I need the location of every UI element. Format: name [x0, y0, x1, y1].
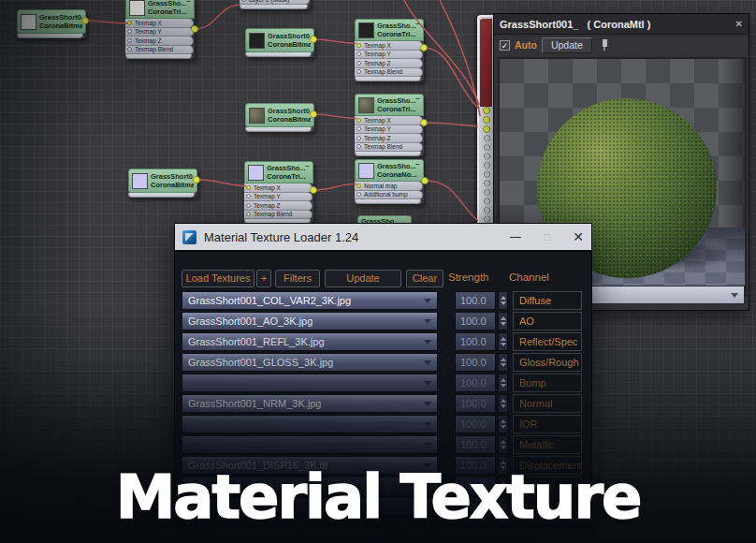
strength-spinner[interactable] [498, 435, 508, 454]
spin-down-icon[interactable] [501, 301, 506, 305]
node-corona-bitmap[interactable]: GrassShort0... CoronaBitmap [245, 103, 314, 132]
strength-input[interactable]: 100.0 [455, 394, 496, 413]
strength-spinner[interactable] [498, 312, 508, 330]
slot-pin-icon [356, 118, 361, 123]
spin-up-icon[interactable] [501, 337, 506, 341]
node-slot[interactable]: Normal map [355, 182, 423, 191]
texture-file-select[interactable] [182, 374, 438, 392]
node-slot[interactable]: Texmap X [355, 116, 423, 125]
spin-down-icon[interactable] [501, 446, 506, 449]
texture-file-select[interactable]: GrassShort001_COL_VAR2_3K.jpg [182, 291, 438, 310]
collapse-icon[interactable]: − [415, 21, 420, 28]
strength-input[interactable]: 100.0 [455, 353, 496, 372]
texture-file-select[interactable]: GrassShort001_REFL_3K.jpg [182, 332, 438, 351]
node-slot[interactable]: Texmap Z [125, 37, 194, 46]
strength-input[interactable]: 100.0 [455, 435, 496, 454]
node-corona-bitmap[interactable]: GrassShort0... CoronaBitmap [128, 169, 197, 198]
texture-file-select[interactable] [182, 415, 438, 433]
node-slot[interactable]: Texmap X [355, 41, 423, 51]
texture-file-select[interactable]: GrassShort001_NRM_3K.jpg [182, 394, 438, 413]
spin-up-icon[interactable] [501, 440, 506, 444]
node-slot[interactable]: Texmap Blend [355, 143, 423, 153]
node-slot[interactable]: Texmap Y [355, 125, 423, 135]
node-corona-triplanar[interactable]: GrassSho... CoronaTri... − Texmap XTexma… [355, 19, 424, 81]
close-icon[interactable]: ✕ [735, 19, 743, 29]
collapse-icon[interactable]: − [186, 0, 191, 6]
node-slot[interactable]: Texmap X [125, 19, 194, 28]
channel-button[interactable]: Gloss/Rough [513, 353, 582, 372]
strength-input[interactable]: 100.0 [455, 312, 496, 330]
channel-button[interactable]: Normal [513, 394, 582, 413]
strength-spinner[interactable] [498, 394, 508, 413]
chevron-down-icon [424, 381, 431, 386]
collapse-icon[interactable]: − [305, 163, 310, 170]
maximize-icon[interactable]: □ [544, 230, 550, 243]
node-slot[interactable]: Texmap Z [355, 59, 423, 68]
collapse-icon[interactable]: − [415, 95, 420, 103]
spin-up-icon[interactable] [501, 296, 506, 300]
spin-up-icon[interactable] [501, 316, 506, 320]
texture-file-select[interactable] [182, 435, 438, 454]
spin-down-icon[interactable] [501, 384, 506, 388]
node-slot[interactable]: Texmap X [244, 183, 313, 193]
filters-button[interactable]: Filters [275, 270, 320, 287]
node-slot[interactable]: Additional bump [355, 191, 423, 200]
close-icon[interactable]: ✕ [573, 229, 584, 244]
strength-spinner[interactable] [498, 374, 508, 392]
strength-spinner[interactable] [498, 415, 508, 433]
auto-checkbox[interactable]: ✓ [500, 40, 510, 51]
channel-button[interactable]: IOR [513, 415, 582, 433]
node-layer-mask[interactable]: Layer 2 (Mask) [240, 0, 311, 9]
channel-button[interactable]: AO [513, 312, 582, 330]
node-corona-triplanar[interactable]: GrassSho... CoronaTri... − Texmap XTexma… [125, 0, 195, 59]
node-slot[interactable]: Texmap Blend [125, 46, 194, 55]
channel-button[interactable]: Reflect/Spec [513, 332, 582, 351]
clear-button[interactable]: Clear [406, 270, 443, 287]
update-button[interactable]: Update [542, 37, 592, 53]
node-corona-normal[interactable]: GrassSho... CoronaNo... − Normal mapAddi… [355, 159, 424, 204]
node-corona-triplanar[interactable]: GrassSho... CoronaTri... − Texmap XTexma… [355, 94, 424, 156]
load-textures-button[interactable]: Load Textures [182, 270, 254, 287]
channel-button[interactable]: Metallic [513, 435, 582, 454]
pin-icon[interactable] [601, 39, 609, 51]
node-slot[interactable]: Texmap Y [355, 51, 423, 60]
preview-titlebar[interactable]: GrassShort001_ ( CoronaMtl ) ✕ [494, 14, 749, 35]
channel-button[interactable]: Diffuse [513, 291, 582, 310]
strength-spinner[interactable] [498, 291, 508, 310]
spin-down-icon[interactable] [501, 322, 506, 326]
spin-up-icon[interactable] [501, 399, 506, 403]
node-slot[interactable]: Layer 2 (Mask) [240, 0, 310, 5]
texture-thumbnail [249, 108, 265, 124]
spin-up-icon[interactable] [501, 378, 506, 382]
update-button[interactable]: Update [325, 270, 401, 287]
minimize-icon[interactable]: — [510, 230, 521, 243]
node-corona-triplanar[interactable]: GrassSho... CoronaTri... − Texmap XTexma… [244, 161, 313, 224]
texture-file-select[interactable]: GrassShort001_AO_3K.jpg [182, 312, 438, 330]
node-slot[interactable]: Texmap Blend [355, 68, 423, 78]
spin-up-icon[interactable] [501, 419, 506, 423]
node-slot[interactable]: Texmap Z [355, 134, 423, 143]
node-slot[interactable]: Texmap Z [244, 201, 313, 211]
node-corona-bitmap[interactable]: GrassShort0... CoronaBitmap [17, 9, 86, 38]
strength-input[interactable]: 100.0 [455, 291, 496, 310]
strength-spinner[interactable] [498, 353, 508, 372]
add-button[interactable]: + [256, 270, 271, 287]
node-corona-bitmap[interactable]: GrassShort0... CoronaBitmap [245, 28, 314, 57]
node-slot[interactable]: Texmap Blend [244, 211, 313, 220]
spin-down-icon[interactable] [501, 404, 506, 408]
strength-spinner[interactable] [498, 332, 508, 351]
node-slot[interactable]: Texmap Y [244, 193, 313, 202]
strength-input[interactable]: 100.0 [455, 374, 496, 392]
collapse-icon[interactable]: − [415, 161, 420, 169]
channel-button[interactable]: Bump [513, 374, 582, 392]
node-subtitle: CoronaBitmap [268, 40, 311, 49]
spin-down-icon[interactable] [501, 363, 506, 367]
spin-down-icon[interactable] [501, 343, 506, 346]
spin-up-icon[interactable] [501, 358, 506, 361]
texture-file-select[interactable]: GrassShort001_GLOSS_3K.jpg [182, 353, 438, 372]
dialog-titlebar[interactable]: Material Texture Loader 1.24 — □ ✕ [175, 224, 591, 250]
strength-input[interactable]: 100.0 [455, 415, 496, 433]
node-slot[interactable]: Texmap Y [125, 28, 194, 37]
strength-input[interactable]: 100.0 [455, 332, 496, 351]
spin-down-icon[interactable] [501, 425, 506, 429]
